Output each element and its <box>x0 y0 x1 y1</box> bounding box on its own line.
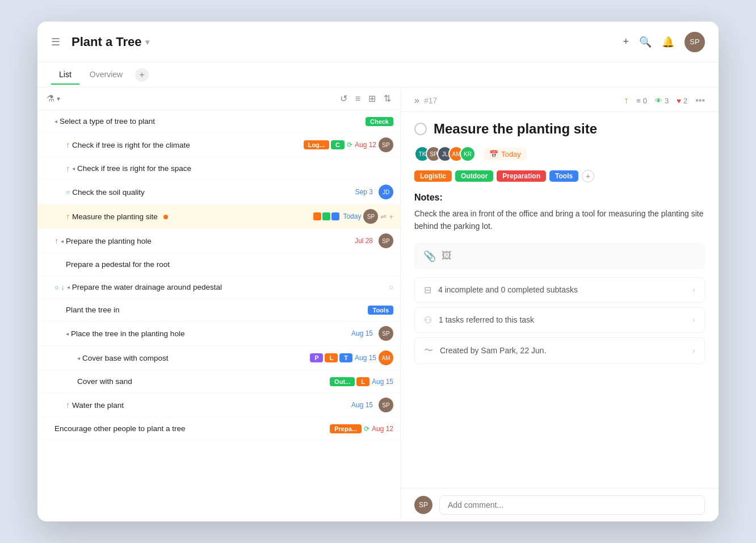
detail-tags: Logistic Outdoor Preparation Tools + <box>414 170 705 182</box>
task-tags: Prepa... <box>330 424 362 433</box>
down-icon: ↓ <box>61 283 65 291</box>
expand-icon[interactable]: ◂ <box>67 284 70 290</box>
due-date-label: Today <box>501 150 521 158</box>
detail-header: » #17 ↑ ≡ 0 👁 3 ♥ 2 ••• <box>401 87 719 112</box>
more-icon[interactable]: ••• <box>695 95 705 106</box>
task-row[interactable]: ↑ ◂ Check if tree is right for the space <box>37 157 400 180</box>
heart-stat: ♥ 2 <box>677 97 687 105</box>
task-row[interactable]: ○ Check the soil quality Sep 3 JD <box>37 180 400 204</box>
task-name: Encourage other people to plant a tree <box>54 424 330 433</box>
comment-input[interactable] <box>439 495 705 515</box>
task-avatar: SP <box>379 398 393 412</box>
task-avatar: SP <box>379 137 393 152</box>
project-name: Plant a Tree <box>72 35 142 49</box>
row-add-icon[interactable]: + <box>389 212 393 221</box>
detail-task-title: Measure the planting site <box>434 121 597 137</box>
bell-icon[interactable]: 🔔 <box>662 36 674 48</box>
tag-tools[interactable]: Tools <box>549 170 578 182</box>
tabs-bar: List Overview + <box>37 62 719 87</box>
task-row[interactable]: ↑ ◂ Prepare the planting hole Jul 28 SP <box>37 229 400 253</box>
task-name: Measure the planting site <box>72 212 310 221</box>
task-row[interactable]: Cover with sand Out... L Aug 15 <box>37 370 400 393</box>
watch-count: 3 <box>665 97 669 105</box>
comment-count: 0 <box>643 97 647 105</box>
detail-task-id: #17 <box>424 96 437 105</box>
task-tags: P L T <box>310 353 352 362</box>
task-row[interactable]: ○ ↓ ◂ Prepare the water drainage around … <box>37 276 400 299</box>
meta-due-date[interactable]: 📅 Today <box>484 148 527 161</box>
detail-header-actions: ↑ ≡ 0 👁 3 ♥ 2 ••• <box>624 95 705 106</box>
created-text: Created by Sam Park, 22 Jun. <box>440 346 692 355</box>
expand-icon[interactable]: ◂ <box>72 165 75 172</box>
watch-stat: 👁 3 <box>655 97 669 105</box>
task-name: Water the plant <box>72 401 351 410</box>
tag-logistic[interactable]: Logistic <box>414 170 452 182</box>
tag-preparation[interactable]: Preparation <box>497 170 546 182</box>
task-tag: P <box>310 353 323 362</box>
task-row[interactable]: Plant the tree in Tools <box>37 299 400 321</box>
task-name: Place the tree in the planting hole <box>71 329 351 338</box>
refresh-icon[interactable]: ↺ <box>340 93 347 104</box>
filter-chevron-icon[interactable]: ▾ <box>57 95 60 103</box>
toolbar-right: ↺ ≡ ⊞ ⇅ <box>340 93 391 104</box>
sort-icon[interactable]: ⇅ <box>384 93 391 104</box>
expand-icon[interactable]: ◂ <box>66 331 69 337</box>
adjust-icon[interactable]: ⇌ <box>380 212 387 221</box>
task-row[interactable]: ◂ Select a type of tree to plant Check <box>37 110 400 133</box>
task-tags: Check <box>366 117 393 126</box>
task-checkbox[interactable] <box>414 123 427 135</box>
color-square-green <box>322 212 330 220</box>
image-icon: 🖼 <box>442 250 452 262</box>
sync-icon: ⟳ <box>364 425 369 433</box>
user-avatar[interactable]: SP <box>684 32 705 52</box>
task-row[interactable]: ↑ Check if tree is right for the climate… <box>37 133 400 157</box>
watch-icon: 👁 <box>655 97 662 105</box>
task-detail-panel: » #17 ↑ ≡ 0 👁 3 ♥ 2 ••• <box>401 87 719 521</box>
add-icon[interactable]: + <box>623 36 629 48</box>
tab-list[interactable]: List <box>51 65 79 85</box>
comment-icon: ≡ <box>636 97 641 105</box>
task-name: Check the soil quality <box>72 188 355 197</box>
priority-circle-icon: ○ <box>54 283 58 291</box>
task-name: Prepare the planting hole <box>66 237 355 245</box>
created-section[interactable]: 〜 Created by Sam Park, 22 Jun. › <box>414 337 705 364</box>
task-row[interactable]: ↑ Measure the planting site Today SP ⇌ + <box>37 204 400 229</box>
task-tag: L <box>356 377 369 386</box>
task-name: Check if tree is right for the climate <box>72 141 300 149</box>
filter-icon[interactable]: ⚗ <box>47 93 54 104</box>
subtasks-text: 4 incomplete and 0 completed subtasks <box>438 285 692 294</box>
attachments-row[interactable]: 📎 🖼 <box>414 243 705 269</box>
search-icon[interactable]: 🔍 <box>639 36 652 48</box>
color-square-blue <box>331 212 339 220</box>
tab-overview[interactable]: Overview <box>82 65 131 85</box>
expand-icon[interactable]: ◂ <box>54 118 57 124</box>
grid-view-icon[interactable]: ⊞ <box>368 93 376 104</box>
tag-outdoor[interactable]: Outdoor <box>455 170 493 182</box>
hamburger-icon[interactable]: ☰ <box>51 36 60 48</box>
task-row[interactable]: Encourage other people to plant a tree P… <box>37 417 400 440</box>
task-row[interactable]: ◂ Place the tree in the planting hole Au… <box>37 321 400 346</box>
priority-circle-icon: ○ <box>66 188 70 196</box>
referred-section[interactable]: ⚇ 1 tasks referred to this task › <box>414 307 705 333</box>
chevron-down-icon[interactable]: ▾ <box>145 37 149 47</box>
task-row[interactable]: ◂ Cover base with compost P L T Aug 15 A… <box>37 346 400 370</box>
expand-icon[interactable]: ◂ <box>77 355 80 361</box>
task-avatar: JD <box>379 185 393 199</box>
task-tag: Prepa... <box>330 424 362 433</box>
task-name: Prepare a pedestal for the root <box>66 260 393 269</box>
task-row[interactable]: Prepare a pedestal for the root <box>37 253 400 276</box>
referred-text: 1 tasks referred to this task <box>439 315 692 324</box>
detail-nav-icon[interactable]: » <box>414 95 419 106</box>
subtasks-icon: ⊟ <box>424 285 431 295</box>
task-date: Aug 15 <box>351 329 373 337</box>
tab-add-button[interactable]: + <box>135 68 149 82</box>
comment-stat: ≡ 0 <box>636 97 647 105</box>
priority-up-icon: ↑ <box>54 236 58 245</box>
expand-icon[interactable]: ◂ <box>61 238 64 244</box>
tag-add-button[interactable]: + <box>582 170 594 182</box>
task-name: Plant the tree in <box>66 306 368 314</box>
sync-icon: ⟳ <box>347 141 352 149</box>
task-row[interactable]: ↑ Water the plant Aug 15 SP <box>37 393 400 417</box>
list-view-icon[interactable]: ≡ <box>355 94 360 104</box>
subtasks-section[interactable]: ⊟ 4 incomplete and 0 completed subtasks … <box>414 277 705 303</box>
